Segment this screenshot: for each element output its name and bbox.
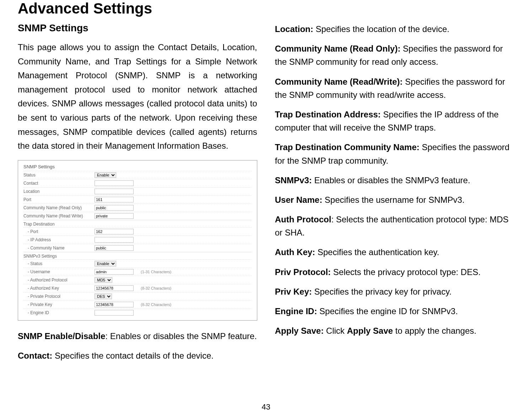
- row-trap-comm: - Community Name: [23, 244, 252, 252]
- select-v3-authproto[interactable]: MD5: [95, 277, 112, 283]
- def-contact: Contact: Specifies the contact details o…: [18, 349, 257, 362]
- label-v3-username: - Username: [23, 269, 95, 274]
- label-contact: Contact: [23, 181, 95, 186]
- def-location: Location: Specifies the location of the …: [275, 22, 515, 36]
- row-v3-privproto: - Private Protocol DES: [23, 292, 252, 300]
- def-snmpv3: SNMPv3: Enables or disables the SNMPv3 f…: [275, 174, 515, 187]
- row-status: Status Enable: [23, 171, 252, 179]
- def-authkey: Auth Key: Specifies the authentication k…: [275, 246, 515, 259]
- label-v3-authkey: - Authorized Key: [23, 286, 95, 291]
- label-v3-authproto: - Authorized Protocol: [23, 278, 95, 283]
- label-v3-privproto: - Private Protocol: [23, 294, 95, 299]
- def-snmp-enable: SNMP Enable/Disable: Enables or disables…: [18, 329, 257, 343]
- row-v3-status: - Status Enable: [23, 259, 252, 268]
- select-v3-privproto[interactable]: DES: [95, 294, 112, 299]
- input-trap-comm[interactable]: [95, 245, 134, 251]
- input-trap-ip[interactable]: [95, 237, 134, 243]
- def-comm-rw: Community Name (Read/Write): Specifies t…: [275, 75, 515, 101]
- label-location: Location: [23, 189, 95, 194]
- row-comm-ro: Community Name (Read Only): [23, 204, 252, 212]
- def-comm-ro: Community Name (Read Only): Specifies th…: [275, 42, 515, 68]
- input-v3-privkey[interactable]: [95, 302, 134, 307]
- def-username: User Name: Specifies the username for SN…: [275, 193, 515, 206]
- input-v3-username[interactable]: [95, 269, 134, 275]
- def-privkey: Priv Key: Specifies the privacy key for …: [275, 285, 515, 298]
- intro-paragraph: This page allows you to assign the Conta…: [18, 40, 257, 153]
- right-column: Location: Specifies the location of the …: [275, 22, 515, 369]
- page-title: Advanced Settings: [18, 0, 514, 17]
- input-comm-ro[interactable]: [95, 205, 134, 211]
- left-column: SNMP Settings This page allows you to as…: [18, 22, 257, 369]
- hint-v3-username: (1-31 Characters): [141, 270, 171, 274]
- input-v3-engine[interactable]: [95, 310, 134, 316]
- row-location: Location: [23, 187, 252, 195]
- row-v3-authkey: - Authorized Key (8-32 Characters): [23, 284, 252, 292]
- section-subtitle: SNMP Settings: [18, 22, 257, 34]
- input-location[interactable]: [95, 189, 134, 194]
- screenshot-header: SNMP Settings: [23, 164, 252, 169]
- row-trap-ip: - IP Address: [23, 236, 252, 244]
- label-trap-ip: - IP Address: [23, 237, 95, 242]
- def-applysave: Apply Save: Click Apply Save to apply th…: [275, 324, 515, 337]
- row-v3-authproto: - Authorized Protocol MD5: [23, 276, 252, 284]
- label-comm-ro: Community Name (Read Only): [23, 205, 95, 210]
- def-trap-comm: Trap Destination Community Name: Specifi…: [275, 141, 515, 167]
- hint-v3-authkey: (8-32 Characters): [141, 286, 171, 290]
- def-privproto: Priv Protocol: Selects the privacy proto…: [275, 265, 515, 279]
- row-v3-engine: - Engine ID: [23, 308, 252, 317]
- select-status[interactable]: Enable: [95, 172, 116, 178]
- label-v3-privkey: - Private Key: [23, 302, 95, 307]
- hint-v3-privkey: (8-32 Characters): [141, 302, 171, 307]
- select-v3-status[interactable]: Enable: [95, 261, 116, 266]
- input-trap-port[interactable]: [95, 229, 134, 234]
- snmpv3-header: SNMPv3 Settings: [23, 252, 252, 259]
- label-trap-comm: - Community Name: [23, 246, 95, 250]
- label-status: Status: [23, 173, 95, 178]
- label-v3-engine: - Engine ID: [23, 310, 95, 315]
- def-trap-addr: Trap Destination Address: Specifies the …: [275, 108, 515, 134]
- input-comm-rw[interactable]: [95, 213, 134, 219]
- label-port: Port: [23, 197, 95, 202]
- row-v3-username: - Username (1-31 Characters): [23, 268, 252, 276]
- trap-destination-header: Trap Destination: [23, 220, 252, 227]
- two-column-layout: SNMP Settings This page allows you to as…: [18, 22, 514, 369]
- row-contact: Contact: [23, 179, 252, 187]
- snmp-settings-screenshot: SNMP Settings Status Enable Contact Loca…: [18, 160, 257, 321]
- label-trap-port: - Port: [23, 229, 95, 234]
- def-authproto: Auth Protocol: Selects the authenticatio…: [275, 213, 515, 239]
- label-v3-status: - Status: [23, 261, 95, 266]
- input-contact[interactable]: [95, 180, 134, 186]
- input-port[interactable]: [95, 197, 134, 202]
- def-engineid: Engine ID: Specifies the engine ID for S…: [275, 305, 515, 318]
- row-port: Port: [23, 195, 252, 204]
- input-v3-authkey[interactable]: [95, 285, 134, 291]
- row-trap-port: - Port: [23, 227, 252, 236]
- label-comm-rw: Community Name (Read Write): [23, 213, 95, 218]
- page-number: 43: [262, 402, 270, 412]
- row-comm-rw: Community Name (Read Write): [23, 212, 252, 220]
- row-v3-privkey: - Private Key (8-32 Characters): [23, 300, 252, 308]
